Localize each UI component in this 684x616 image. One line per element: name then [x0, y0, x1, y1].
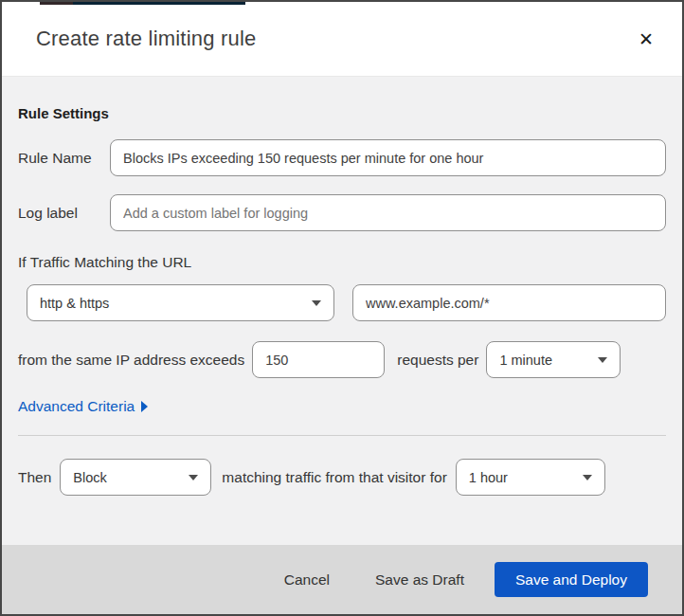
action-select[interactable]: Block	[60, 459, 211, 496]
background-page-strip-red	[40, 2, 73, 5]
request-threshold-input[interactable]	[252, 341, 385, 378]
close-icon[interactable]: ✕	[635, 27, 657, 52]
period-select[interactable]: 1 minute	[486, 341, 621, 378]
requests-per-text: requests per	[397, 352, 478, 369]
chevron-right-icon	[141, 401, 148, 412]
chevron-down-icon	[583, 475, 592, 480]
traffic-matching-heading: If Traffic Matching the URL	[18, 254, 666, 271]
log-label-label: Log label	[18, 205, 110, 222]
dialog-header: Create rate limiting rule ✕	[2, 2, 682, 76]
save-and-deploy-button[interactable]: Save and Deploy	[495, 562, 648, 597]
rule-name-row: Rule Name	[18, 139, 666, 176]
then-label: Then	[18, 469, 51, 486]
threshold-prefix-text: from the same IP address exceeds	[18, 352, 244, 369]
save-as-draft-button[interactable]: Save as Draft	[371, 566, 468, 594]
advanced-criteria-link[interactable]: Advanced Criteria	[18, 398, 148, 415]
cancel-button[interactable]: Cancel	[280, 566, 333, 594]
log-label-input[interactable]	[110, 194, 666, 231]
chevron-down-icon	[598, 357, 607, 363]
matching-traffic-text: matching traffic from that visitor for	[222, 469, 446, 486]
protocol-select-value: http & https	[40, 296, 109, 311]
divider	[18, 435, 666, 436]
chevron-down-icon	[312, 300, 321, 306]
url-pattern-input[interactable]	[352, 284, 666, 321]
advanced-criteria-row: Advanced Criteria	[18, 398, 666, 415]
chevron-down-icon	[189, 475, 198, 480]
rule-settings-heading: Rule Settings	[18, 77, 666, 121]
period-select-value: 1 minute	[499, 353, 552, 368]
action-select-value: Block	[73, 470, 106, 485]
background-page-strip-navy	[73, 2, 245, 5]
rule-name-label: Rule Name	[18, 150, 110, 167]
duration-select[interactable]: 1 hour	[456, 459, 605, 496]
protocol-url-row: http & https	[18, 284, 666, 321]
duration-select-value: 1 hour	[469, 470, 508, 485]
then-action-row: Then Block matching traffic from that vi…	[18, 459, 666, 496]
log-label-row: Log label	[18, 194, 666, 231]
threshold-row: from the same IP address exceeds request…	[18, 341, 666, 378]
dialog-title: Create rate limiting rule	[36, 27, 256, 51]
advanced-criteria-label: Advanced Criteria	[18, 398, 135, 415]
rule-name-input[interactable]	[110, 139, 666, 176]
create-rate-limiting-rule-dialog: Create rate limiting rule ✕ Rule Setting…	[0, 0, 684, 616]
protocol-select[interactable]: http & https	[27, 284, 334, 321]
dialog-body: Rule Settings Rule Name Log label If Tra…	[2, 76, 682, 545]
dialog-footer: Cancel Save as Draft Save and Deploy	[2, 545, 682, 614]
